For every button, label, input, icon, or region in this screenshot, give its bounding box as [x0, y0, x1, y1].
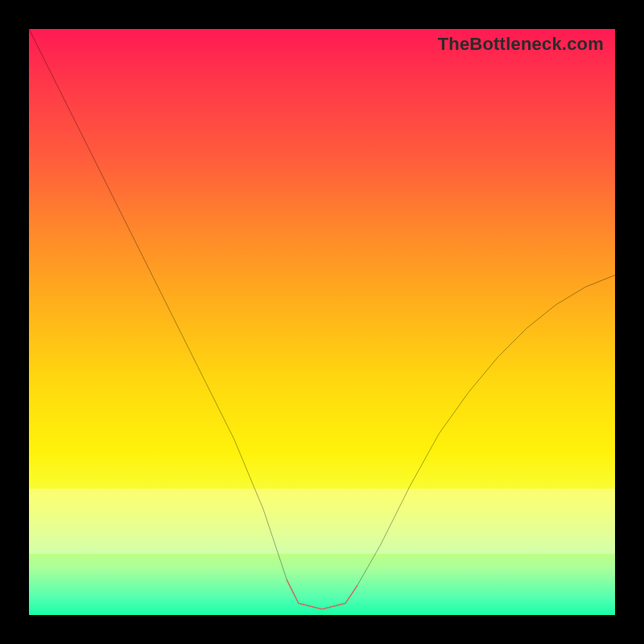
watermark-text: TheBottleneck.com: [438, 34, 604, 55]
plot-area: TheBottleneck.com: [29, 29, 615, 615]
main-curve: [29, 29, 615, 609]
highlight-segment: [287, 580, 357, 609]
chart-frame: TheBottleneck.com: [0, 0, 644, 644]
curve-layer: [29, 29, 615, 615]
